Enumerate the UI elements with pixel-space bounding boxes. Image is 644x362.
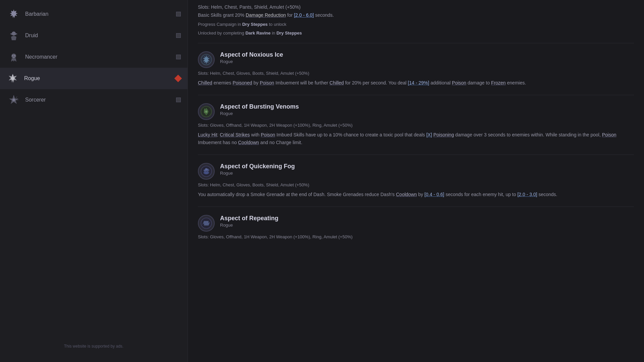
aspect-repeating: Aspect of Repeating Rogue Slots: Gloves,…	[198, 207, 634, 251]
aspect-quickening-fog: Aspect of Quickening Fog Rogue Slots: He…	[198, 155, 634, 207]
noxious-ice-class: Rogue	[220, 59, 634, 64]
cooldown-link-1[interactable]: Cooldown	[238, 140, 259, 145]
necromancer-checkbox[interactable]	[176, 55, 181, 59]
max-bracket: [2.0 - 3.0]	[517, 192, 537, 197]
damage-bracket: [14 - 29%]	[408, 80, 429, 85]
svg-point-3	[14, 55, 15, 56]
rogue-label: Rogue	[24, 75, 170, 81]
quickening-fog-icon	[198, 163, 215, 180]
sidebar-item-druid[interactable]: Druid	[0, 25, 187, 46]
aspect-noxious-ice: Aspect of Noxious Ice Rogue Slots: Helm,…	[198, 43, 634, 95]
sidebar-item-barbarian[interactable]: Barbarian	[0, 3, 187, 25]
barbarian-checkbox[interactable]	[176, 12, 181, 16]
critical-strikes-link[interactable]: Critical Strikes	[220, 132, 250, 137]
noxious-ice-desc: Chilled enemies Poisoned by Poison Imbue…	[198, 79, 634, 87]
quickening-fog-title: Aspect of Quickening Fog	[220, 163, 634, 170]
noxious-ice-slots: Slots: Helm, Chest, Gloves, Boots, Shiel…	[198, 71, 634, 76]
druid-checkbox[interactable]	[176, 33, 181, 38]
noxious-ice-info: Aspect of Noxious Ice Rogue	[220, 51, 634, 64]
druid-icon	[8, 29, 20, 42]
quickening-fog-class: Rogue	[220, 171, 634, 176]
sidebar-item-necromancer[interactable]: Necromancer	[0, 46, 187, 68]
bursting-venoms-icon	[198, 103, 215, 120]
damage-reduction-link[interactable]: Damage Reduction	[246, 12, 286, 18]
progress-line: Progress Campaign in Dry Steppes to unlo…	[198, 21, 634, 28]
aspect-repeating-header: Aspect of Repeating Rogue	[198, 215, 634, 232]
svg-point-0	[12, 32, 16, 36]
svg-point-2	[12, 55, 13, 56]
x-bracket: [X]	[426, 132, 432, 137]
basic-skills-line: Basic Skills grant 20% Damage Reduction …	[198, 11, 634, 19]
cooldown-link-2[interactable]: Cooldown	[396, 192, 417, 197]
ads-notice: This website is supported by ads.	[0, 337, 187, 362]
barbarian-label: Barbarian	[25, 11, 171, 17]
bursting-venoms-title: Aspect of Bursting Venoms	[220, 103, 634, 110]
lucky-hit-link[interactable]: Lucky Hit	[198, 132, 217, 137]
top-partial-section: Slots: Helm, Chest, Pants, Shield, Amule…	[198, 0, 634, 43]
chilled-link-1[interactable]: Chilled	[198, 80, 212, 85]
dr-bracket: [2.0 - 6.0]	[294, 12, 314, 18]
aspect-bursting-venoms: Aspect of Bursting Venoms Rogue Slots: G…	[198, 95, 634, 155]
quickening-fog-desc: You automatically drop a Smoke Grenade a…	[198, 191, 634, 198]
poison-link-3[interactable]: Poison	[261, 132, 275, 137]
quickening-fog-info: Aspect of Quickening Fog Rogue	[220, 163, 634, 176]
bursting-venoms-info: Aspect of Bursting Venoms Rogue	[220, 103, 634, 116]
slots-text-partial: Slots: Helm, Chest, Pants, Shield, Amule…	[198, 3, 634, 11]
noxious-ice-title: Aspect of Noxious Ice	[220, 51, 634, 58]
aspect-quickening-fog-header: Aspect of Quickening Fog Rogue	[198, 163, 634, 180]
poison-link-1[interactable]: Poison	[260, 80, 274, 85]
poison-link-2[interactable]: Poison	[452, 80, 466, 85]
druid-label: Druid	[25, 33, 171, 39]
svg-point-4	[11, 77, 14, 80]
bursting-venoms-slots: Slots: Gloves, Offhand, 1H Weapon, 2H We…	[198, 123, 634, 128]
repeating-icon	[198, 215, 215, 232]
noxious-ice-icon	[198, 51, 215, 68]
poison-link-4[interactable]: Poison	[602, 132, 616, 137]
bursting-venoms-desc: Lucky Hit: Critical Strikes with Poison …	[198, 131, 634, 146]
barbarian-icon	[8, 8, 20, 20]
sorcerer-label: Sorcerer	[25, 97, 171, 103]
sidebar: Barbarian Druid Necromancer	[0, 0, 188, 362]
aspect-noxious-ice-header: Aspect of Noxious Ice Rogue	[198, 51, 634, 68]
sidebar-item-rogue[interactable]: Rogue	[0, 68, 187, 89]
repeating-title: Aspect of Repeating	[220, 215, 634, 222]
unlocked-line: Unlocked by completing Dark Ravine in Dr…	[198, 29, 634, 37]
repeating-class: Rogue	[220, 223, 634, 228]
necromancer-icon	[8, 51, 20, 63]
svg-point-5	[12, 99, 15, 101]
chilled-link-2[interactable]: Chilled	[329, 80, 344, 85]
cd-bracket: [0.4 - 0.6]	[424, 192, 444, 197]
necromancer-label: Necromancer	[25, 54, 171, 60]
repeating-slots: Slots: Gloves, Offhand, 1H Weapon, 2H We…	[198, 234, 634, 239]
poisoning-link[interactable]: Poisoning	[433, 132, 454, 137]
aspect-bursting-venoms-header: Aspect of Bursting Venoms Rogue	[198, 103, 634, 120]
poisoned-link[interactable]: Poisoned	[233, 80, 252, 85]
main-content: Slots: Helm, Chest, Pants, Shield, Amule…	[188, 0, 644, 362]
sorcerer-icon	[8, 94, 20, 106]
svg-point-12	[205, 168, 208, 171]
rogue-icon	[7, 72, 19, 84]
sidebar-item-sorcerer[interactable]: Sorcerer	[0, 89, 187, 111]
sorcerer-checkbox[interactable]	[176, 98, 181, 102]
svg-point-8	[205, 111, 208, 113]
frozen-link[interactable]: Frozen	[491, 80, 506, 85]
quickening-fog-slots: Slots: Helm, Chest, Gloves, Boots, Shiel…	[198, 182, 634, 187]
rogue-active-indicator	[174, 75, 182, 82]
bursting-venoms-class: Rogue	[220, 111, 634, 116]
repeating-info: Aspect of Repeating Rogue	[220, 215, 634, 228]
